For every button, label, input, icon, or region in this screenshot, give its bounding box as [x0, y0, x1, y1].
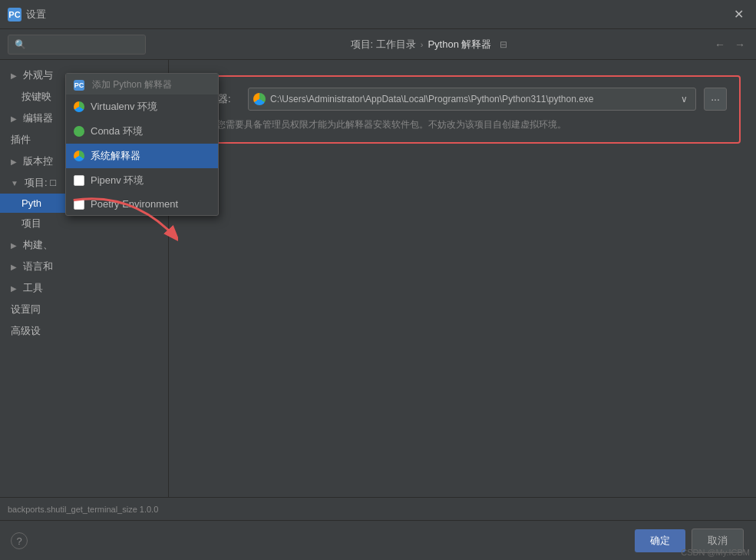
expand-arrow: ▶ [11, 241, 17, 250]
confirm-button[interactable]: 确定 [635, 529, 685, 552]
interpreter-row: 解释器: C:\Users\Administrator\AppData\Loca… [198, 88, 727, 111]
sidebar-item-label: 按键映 [21, 90, 51, 104]
search-box[interactable]: 🔍 [8, 35, 146, 55]
search-icon: 🔍 [15, 39, 26, 50]
popup-header-icon: PC [74, 80, 84, 91]
sidebar-item-label: 外观与 [23, 68, 53, 82]
popup-item-label: Conda 环境 [91, 124, 143, 138]
sidebar-item-languages[interactable]: ▶ 语言和 [0, 256, 168, 277]
sidebar-item-label: 插件 [11, 133, 31, 147]
poetry-icon [74, 199, 84, 210]
sidebar-item-label: Pyth [21, 197, 41, 209]
popup-header: PC 添加 Python 解释器 [66, 74, 218, 94]
system-icon [74, 151, 84, 161]
expand-arrow: ▶ [11, 71, 17, 80]
forward-button[interactable]: → [731, 37, 748, 52]
python-icon [253, 93, 266, 105]
interpreter-note: 注：您需要具备管理员权限才能为此解释器安装软件包。不妨改为该项目自创建虚拟环境。 [198, 118, 727, 131]
status-text: backports.shutil_get_terminal_size 1.0.0 [8, 505, 158, 514]
sidebar-item-label: 高级设 [11, 324, 41, 338]
pipenv-icon [74, 175, 84, 186]
sidebar-item-label: 项目: □ [25, 176, 56, 190]
popup-item-label: 系统解释器 [91, 149, 140, 163]
expand-arrow: ▶ [11, 284, 17, 293]
main-content: ▶ 外观与 按键映 ▶ 编辑器 插件 ▶ 版本控 ▼ 项目: □ Pyt [0, 60, 756, 497]
settings-dialog: PC 设置 ✕ 🔍 项目: 工作目录 › Python 解释器 ⊟ ← → ▶ … [0, 0, 756, 560]
popup-item-label: Poetry Environment [91, 198, 178, 210]
sidebar-item-build[interactable]: ▶ 构建、 [0, 234, 168, 256]
status-bar: backports.shutil_get_terminal_size 1.0.0 [0, 497, 756, 520]
popup-item-pipenv[interactable]: Pipenv 环境 [66, 168, 218, 193]
watermark: CSDN @My.ICBM [681, 548, 750, 557]
expand-arrow: ▶ [11, 157, 17, 166]
app-icon: PC [8, 8, 21, 22]
sidebar-item-label: 编辑器 [23, 111, 53, 125]
title-bar: PC 设置 ✕ [0, 0, 756, 29]
help-button[interactable]: ? [11, 532, 28, 549]
breadcrumb: 项目: 工作目录 › Python 解释器 ⊟ [152, 38, 705, 51]
expand-arrow: ▶ [11, 263, 17, 271]
close-button[interactable]: ✕ [729, 5, 748, 23]
nav-arrows: ← → [711, 37, 748, 52]
title-bar-text: 设置 [26, 8, 46, 22]
popup-item-label: Virtualenv 环境 [91, 100, 157, 114]
popup-item-poetry[interactable]: Poetry Environment [66, 193, 218, 215]
add-interpreter-popup: PC 添加 Python 解释器 Virtualenv 环境 Conda 环境 … [65, 73, 219, 216]
right-panel: 解释器: C:\Users\Administrator\AppData\Loca… [169, 60, 756, 497]
dropdown-button[interactable]: ∨ [678, 94, 691, 104]
expand-arrow: ▼ [11, 179, 18, 187]
interpreter-path-container[interactable]: C:\Users\Administrator\AppData\Local\Pro… [248, 88, 696, 111]
breadcrumb-part2: Python 解释器 [428, 38, 491, 51]
sidebar-item-label: 语言和 [23, 260, 53, 273]
edit-icon[interactable]: ⊟ [500, 39, 507, 50]
interpreter-config-box: 解释器: C:\Users\Administrator\AppData\Loca… [184, 75, 741, 144]
breadcrumb-separator: › [421, 40, 424, 49]
sidebar-item-settings-sync[interactable]: 设置同 [0, 299, 168, 320]
virtualenv-icon [74, 101, 84, 112]
sidebar-item-label: 项目 [21, 217, 41, 230]
sidebar-item-label: 构建、 [23, 238, 53, 252]
sidebar-item-label: 版本控 [23, 154, 53, 168]
more-options-button[interactable]: ··· [704, 88, 727, 111]
popup-item-conda[interactable]: Conda 环境 [66, 119, 218, 144]
sidebar-item-tools[interactable]: ▶ 工具 [0, 277, 168, 299]
interpreter-path-text: C:\Users\Administrator\AppData\Local\Pro… [270, 94, 673, 104]
breadcrumb-part1: 项目: 工作目录 [351, 38, 416, 51]
popup-header-text: 添加 Python 解释器 [92, 78, 172, 91]
dialog-buttons: 确定 取消 [0, 520, 756, 560]
sidebar-item-label: 工具 [23, 281, 43, 295]
popup-item-virtualenv[interactable]: Virtualenv 环境 [66, 94, 218, 119]
conda-icon [74, 126, 84, 137]
back-button[interactable]: ← [711, 37, 728, 52]
popup-item-label: Pipenv 环境 [91, 174, 144, 187]
sidebar-item-project-structure[interactable]: 项目 [0, 213, 168, 234]
expand-arrow: ▶ [11, 114, 17, 123]
popup-item-system[interactable]: 系统解释器 [66, 144, 218, 168]
sidebar-item-advanced[interactable]: 高级设 [0, 320, 168, 342]
nav-bar: 🔍 项目: 工作目录 › Python 解释器 ⊟ ← → [0, 29, 756, 60]
sidebar-item-label: 设置同 [11, 303, 41, 316]
